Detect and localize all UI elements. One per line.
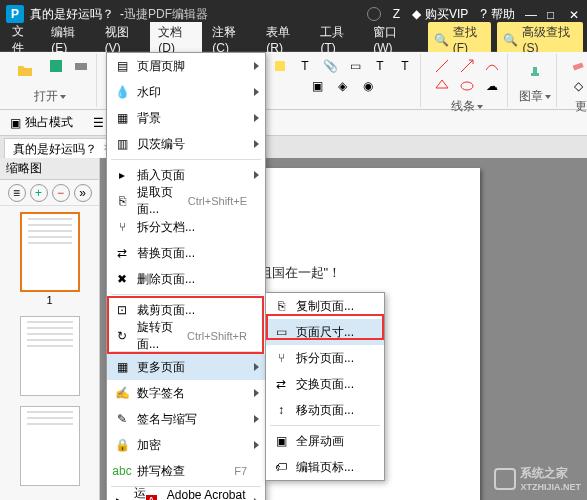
properties-icon: ☰ (93, 116, 104, 130)
menu-header-footer[interactable]: ▤页眉页脚 (107, 53, 265, 79)
menu-spellcheck[interactable]: abc拼写检查F7 (107, 458, 265, 484)
split-page-icon: ⑂ (272, 349, 290, 367)
menu-run[interactable]: ▶运行AAdobe Acrobat DC (107, 489, 265, 500)
stamp-button[interactable] (518, 56, 552, 86)
submenu-arrow-icon (254, 389, 259, 397)
cloud-tool[interactable]: ☁ (481, 76, 503, 96)
caret-icon (477, 105, 483, 109)
toolgroup-file: 打开 (4, 54, 97, 107)
toolgroup-stamp: 图章 (514, 54, 557, 107)
menu-extract-page[interactable]: ⎘提取页面...Ctrl+Shift+E (107, 188, 265, 214)
thumbnail-toolbar: ≡ + − » (0, 180, 99, 206)
menu-watermark[interactable]: 💧水印 (107, 79, 265, 105)
typewriter-tool[interactable]: T (369, 56, 391, 76)
buy-vip-button[interactable]: ◆购买VIP (412, 6, 468, 23)
swap-page-icon: ⇄ (272, 375, 290, 393)
thumbnail-page[interactable] (6, 406, 93, 486)
close-button[interactable]: ✕ (569, 8, 581, 20)
crop-icon: ⊡ (113, 301, 131, 319)
open-button[interactable] (8, 56, 42, 86)
signature-icon: ✍ (113, 384, 131, 402)
search-icon: 🔍 (434, 33, 449, 47)
thumb-more[interactable]: » (74, 184, 92, 202)
submenu-move-page[interactable]: ↕移动页面... (266, 397, 384, 423)
thumb-options[interactable]: ≡ (8, 184, 26, 202)
line-tool[interactable] (431, 56, 453, 76)
stamp-a[interactable]: ▣ (307, 76, 329, 96)
menu-background[interactable]: ▦背景 (107, 105, 265, 131)
cloud-icon (367, 7, 381, 21)
menu-replace-page[interactable]: ⇄替换页面... (107, 240, 265, 266)
watermark-logo-icon (494, 468, 516, 490)
menu-rotate-page[interactable]: ↻旋转页面...Ctrl+Shift+R (107, 323, 265, 349)
caret-icon (60, 95, 66, 99)
submenu-edit-page-label[interactable]: 🏷编辑页标... (266, 454, 384, 480)
stamp-c[interactable]: ◉ (357, 76, 379, 96)
more-pages-submenu: ⎘复制页面... ▭页面尺寸... ⑂拆分页面... ⇄交换页面... ↕移动页… (265, 292, 385, 481)
submenu-copy-page[interactable]: ⎘复制页面... (266, 293, 384, 319)
menu-split-doc[interactable]: ⑂拆分文档... (107, 214, 265, 240)
menu-separator (111, 159, 261, 160)
polygon-tool[interactable] (431, 76, 453, 96)
submenu-split-page[interactable]: ⑂拆分页面... (266, 345, 384, 371)
zoom-in-thumb[interactable]: + (30, 184, 48, 202)
watermark: 系统之家 XTZHIJIA.NET (494, 465, 581, 492)
document-menu-dropdown: ▤页眉页脚 💧水印 ▦背景 ▥贝茨编号 ▸插入页面 ⎘提取页面...Ctrl+S… (106, 52, 266, 500)
help-icon: ? (480, 7, 487, 21)
label-icon: 🏷 (272, 458, 290, 476)
exclusive-mode-button[interactable]: ▣独占模式 (4, 112, 79, 133)
menu-more-pages[interactable]: ▦更多页面 (107, 354, 265, 380)
fullscreen-icon: ▣ (272, 432, 290, 450)
submenu-swap-page[interactable]: ⇄交换页面... (266, 371, 384, 397)
line-label: 线条 (451, 98, 475, 115)
user-badge[interactable]: Z (393, 7, 400, 21)
rotate-icon: ↻ (113, 327, 131, 345)
menu-digital-sign[interactable]: ✍数字签名 (107, 380, 265, 406)
svg-line-8 (436, 60, 448, 72)
callout-tool[interactable]: T (394, 56, 416, 76)
thumbnail-page[interactable] (6, 316, 93, 396)
stamp-b[interactable]: ◈ (332, 76, 354, 96)
svg-rect-11 (573, 62, 584, 70)
textbox-tool[interactable]: T (294, 56, 316, 76)
arrow-tool[interactable] (456, 56, 478, 76)
zoom-out-thumb[interactable]: − (52, 184, 70, 202)
panel-header: 缩略图 (0, 158, 99, 180)
menu-delete-page[interactable]: ✖删除页面... (107, 266, 265, 292)
document-tab[interactable]: 真的是好运吗？ ✕ (4, 138, 116, 158)
save-button[interactable] (45, 56, 67, 76)
maximize-button[interactable]: □ (547, 8, 559, 20)
cloud-button[interactable] (367, 7, 381, 21)
spellcheck-icon: abc (113, 462, 131, 480)
cursor-icon: ▣ (10, 116, 21, 130)
menu-bates[interactable]: ▥贝茨编号 (107, 131, 265, 157)
move-page-icon: ↕ (272, 401, 290, 419)
svg-marker-9 (436, 80, 448, 88)
submenu-fullscreen-anim[interactable]: ▣全屏动画 (266, 428, 384, 454)
toolbar: 打开 T T T ◐ ✚ ✎ 编辑内容 T 📎 ▭ T T ▣ ◈ ◉ (0, 52, 587, 110)
minimize-button[interactable]: — (525, 8, 537, 20)
note-tool[interactable] (269, 56, 291, 76)
menu-encrypt[interactable]: 🔒加密 (107, 432, 265, 458)
eraser-tool[interactable] (567, 56, 587, 76)
submenu-arrow-icon (254, 441, 259, 449)
help-button[interactable]: ?帮助 (480, 6, 515, 23)
svg-rect-0 (50, 60, 62, 72)
toolgroup-shape: ☁ 线条 (427, 54, 508, 107)
menu-sign-initial[interactable]: ✎签名与缩写 (107, 406, 265, 432)
attach-tool[interactable]: 📎 (319, 56, 341, 76)
shape-tool[interactable]: ◇ (567, 76, 587, 96)
pencil-tool[interactable] (481, 56, 503, 76)
lock-icon: 🔒 (113, 436, 131, 454)
print-button[interactable] (70, 56, 92, 76)
thumbnail-list[interactable]: 1 (0, 206, 99, 500)
submenu-arrow-icon (254, 171, 259, 179)
submenu-arrow-icon (254, 415, 259, 423)
oval-tool[interactable] (456, 76, 478, 96)
submenu-page-size[interactable]: ▭页面尺寸... (266, 319, 384, 345)
svg-rect-7 (275, 61, 285, 71)
thumbnail-page[interactable]: 1 (6, 212, 93, 306)
svg-point-10 (461, 82, 473, 90)
delete-icon: ✖ (113, 270, 131, 288)
rect-tool[interactable]: ▭ (344, 56, 366, 76)
